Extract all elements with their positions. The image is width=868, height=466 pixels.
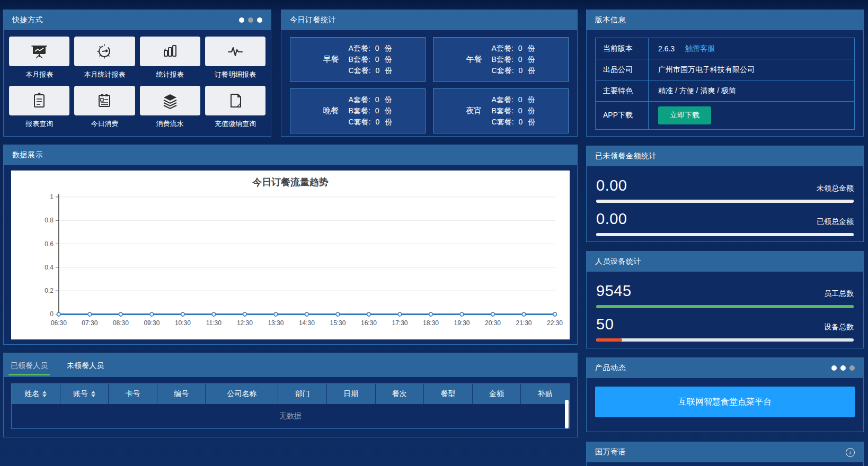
set-value: 0 [518,43,522,54]
column-header-meal-time: 餐次 [376,384,424,404]
carousel-dots [239,17,262,23]
column-header-company: 公司名称 [206,384,278,404]
meal-set-lines: A套餐:0份 B套餐:0份 C套餐:0份 [492,94,536,128]
shortcut-report-query[interactable]: 报表查询 [9,86,69,129]
svg-text:0.8: 0.8 [45,217,54,224]
tab-received-meals[interactable]: 已领餐人员 [11,361,48,377]
records-tab-strip: 已领餐人员 未领餐人员 [3,353,578,377]
progress-fill [596,200,854,203]
set-label: A套餐: [349,94,370,105]
customer-service-link[interactable]: 触蕾客服 [685,44,715,53]
set-unit: 份 [528,54,535,65]
version-info-panel: 版本信息 当前版本 2.6.3 触蕾客服 出品公司 广州市国万电子科技有限公司 … [586,10,864,137]
set-unit: 份 [385,105,392,116]
set-unit: 份 [528,65,535,76]
set-value: 0 [518,54,522,65]
table-scrollbar[interactable] [565,400,569,428]
version-info-panel-title: 版本信息 [595,15,626,25]
meal-set-lines: A套餐:0份 B套餐:0份 C套餐:0份 [492,43,536,76]
meal-name: 夜宵 [466,106,482,116]
column-header-serial-no: 编号 [157,384,206,404]
set-label: B套餐: [349,105,370,116]
meal-set-lines: A套餐:0份 B套餐:0份 C套餐:0份 [349,94,393,128]
shortcut-monthly-stats-report[interactable]: 本月统计报表 [74,37,135,79]
svg-text:16:30: 16:30 [361,319,377,327]
shortcut-monthly-report[interactable]: 本月报表 [9,37,69,79]
stat-value: 0.00 [596,210,627,228]
info-icon[interactable]: i [846,448,855,457]
people-device-stats-panel: 人员设备统计 9545 员工总数 50 设备总数 [586,251,864,348]
carousel-dot[interactable] [239,17,244,23]
sort-icon[interactable] [91,391,95,397]
dashboard: 快捷方式 本月报表 [0,0,868,466]
column-label: 编号 [174,389,189,399]
carousel-dot[interactable] [831,365,837,371]
notebook-icon [74,86,135,115]
set-value: 0 [518,105,522,116]
column-label: 餐次 [392,389,407,399]
column-label: 卡号 [126,389,140,399]
shortcut-label: 统计报表 [140,70,200,79]
set-value: 0 [375,43,379,54]
progress-fill [596,338,622,342]
version-row-label: 当前版本 [596,38,649,59]
progress-fill [596,305,854,308]
svg-text:11:30: 11:30 [206,319,222,327]
set-unit: 份 [528,94,535,105]
people-device-stats-panel-title: 人员设备统计 [595,257,641,266]
column-header-name[interactable]: 姓名 [12,384,60,404]
meal-name: 午餐 [466,55,482,65]
set-label: C套餐: [349,65,371,76]
meal-card-dinner: 晚餐 A套餐:0份 B套餐:0份 C套餐:0份 [290,88,426,133]
download-now-button[interactable]: 立即下载 [658,106,711,124]
meal-grid: 早餐 A套餐:0份 B套餐:0份 C套餐:0份 午餐 A套餐:0份 B套餐:0份… [281,30,577,140]
column-label: 补贴 [538,389,553,399]
svg-text:1: 1 [50,193,54,201]
shortcuts-panel: 快捷方式 本月报表 [3,10,271,137]
set-value: 0 [375,94,379,105]
shortcut-stats-report[interactable]: 统计报表 [140,37,200,79]
column-header-card-no: 卡号 [109,384,157,404]
set-value: 0 [376,116,380,128]
stat-value: 9545 [596,282,632,300]
stat-total-employees: 9545 员工总数 [596,282,854,308]
records-table-header: 姓名 账号 卡号 编号 公司名称 部门 日期 餐次 餐型 金额 补贴 [12,384,569,404]
carousel-dot[interactable] [840,365,846,371]
column-header-account[interactable]: 账号 [60,384,109,404]
meal-name: 晚餐 [323,106,339,116]
sort-icon[interactable] [42,391,47,397]
shortcut-today-consumption[interactable]: 今日消费 [74,86,135,129]
carousel-dots [831,365,855,371]
column-header-meal-type: 餐型 [424,384,472,404]
today-orders-panel: 今日订餐统计 早餐 A套餐:0份 B套餐:0份 C套餐:0份 午餐 [281,10,578,137]
shortcut-consumption-flow[interactable]: 消费流水 [140,86,200,129]
records-body: 姓名 账号 卡号 编号 公司名称 部门 日期 餐次 餐型 金额 补贴 无数据 [3,377,578,437]
progress-track [596,305,854,308]
shortcut-recharge-query[interactable]: 充值缴纳查询 [205,86,265,129]
shortcut-label: 本月统计报表 [74,70,135,79]
current-version-value: 2.6.3 [658,44,675,53]
set-unit: 份 [385,94,392,105]
set-unit: 份 [528,116,535,128]
stat-unclaimed-amount: 0.00 未领总金额 [596,177,854,203]
svg-text:06:30: 06:30 [51,319,67,327]
tab-label: 已领餐人员 [11,361,48,370]
carousel-dot[interactable] [248,17,253,23]
tab-not-received-meals[interactable]: 未领餐人员 [67,361,104,377]
set-label: A套餐: [492,94,513,105]
smart-canteen-banner-button[interactable]: 互联网智慧食堂点菜平台 [595,387,855,417]
svg-text:10:30: 10:30 [175,319,191,327]
shortcut-label: 今日消费 [74,119,135,129]
shortcut-order-detail-report[interactable]: 订餐明细报表 [205,37,265,79]
version-row-company: 出品公司 广州市国万电子科技有限公司 [596,59,854,80]
carousel-dot[interactable] [257,17,262,23]
progress-fill [596,233,854,236]
carousel-dot[interactable] [849,365,855,371]
set-value: 0 [376,65,380,76]
svg-text:09:30: 09:30 [144,319,160,327]
svg-text:21:30: 21:30 [516,319,532,327]
stat-value: 0.00 [596,177,627,194]
progress-track [596,338,854,342]
svg-text:20:30: 20:30 [485,319,501,327]
presentation-chart-icon [9,37,69,66]
